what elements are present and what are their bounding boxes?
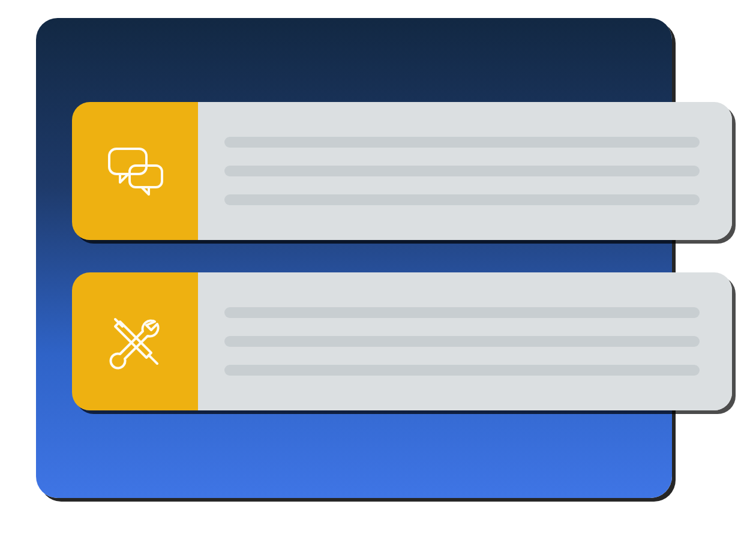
feature-card-tools [72, 272, 732, 410]
tools-icon [72, 272, 198, 410]
placeholder-line [224, 137, 700, 148]
placeholder-line [224, 307, 700, 318]
feature-card-chat [72, 102, 732, 240]
svg-rect-0 [109, 149, 146, 174]
card-body [198, 272, 732, 410]
placeholder-line [224, 194, 700, 205]
chat-icon [72, 102, 198, 240]
card-stack [72, 102, 732, 410]
card-body [198, 102, 732, 240]
placeholder-line [224, 336, 700, 347]
placeholder-line [224, 365, 700, 376]
placeholder-line [224, 166, 700, 176]
